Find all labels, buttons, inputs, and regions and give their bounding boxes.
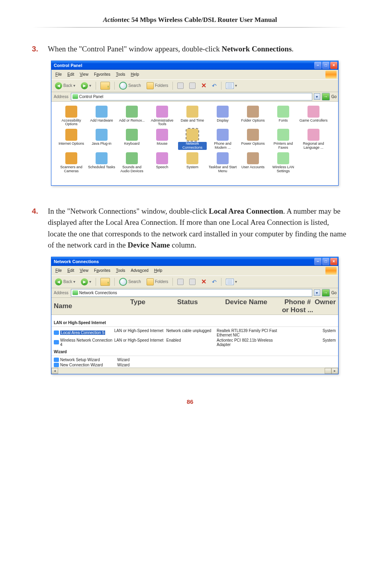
cp-item-speech[interactable]: Speech [148, 152, 176, 173]
maximize-button[interactable]: □ [322, 62, 329, 69]
views-button[interactable]: ▾ [224, 82, 239, 90]
go-button[interactable]: → [322, 93, 330, 100]
separator [221, 278, 221, 286]
cp-item-game-controllers[interactable]: Game Controllers [299, 106, 328, 127]
cp-item-scheduled-tasks[interactable]: Scheduled Tasks [87, 152, 116, 173]
cp-item-power-options[interactable]: Power Options [239, 129, 267, 150]
cp-item-folder-options[interactable]: Folder Options [239, 106, 267, 127]
horizontal-scrollbar[interactable]: ◄ ► [51, 368, 338, 374]
back-button[interactable]: ◄Back ▾ [53, 81, 77, 90]
menu-edit[interactable]: Edit [65, 267, 76, 273]
cp-item-system[interactable]: System [178, 152, 207, 173]
cp-item-mouse[interactable]: Mouse [148, 129, 176, 150]
menu-favorites[interactable]: Favorites [92, 267, 113, 273]
delete-button[interactable]: ✕ [199, 277, 208, 286]
maximize-button[interactable]: □ [322, 258, 329, 265]
list-item[interactable]: Local Area Connection 5LAN or High-Speed… [51, 328, 338, 338]
cp-item-printers-and-faxes[interactable]: Printers and Faxes [269, 129, 298, 150]
cp-item-label: Regional and Language ... [303, 142, 324, 149]
menu-tools[interactable]: Tools [114, 71, 127, 77]
address-dropdown-button[interactable]: ▾ [314, 289, 320, 296]
page-number: 86 [32, 398, 348, 405]
cell-status: Network cable unplugged [166, 328, 217, 337]
list-item[interactable]: Wireless Network Connection 4LAN or High… [51, 338, 338, 347]
up-folder-icon [100, 82, 110, 90]
menu-advanced[interactable]: Advanced [128, 267, 151, 273]
up-folder-icon [100, 278, 110, 286]
back-button[interactable]: ◄Back ▾ [53, 277, 77, 286]
col-name[interactable]: Name [54, 298, 112, 314]
cp-item-label: Mouse [157, 142, 167, 146]
cp-item-add-hardware[interactable]: Add Hardware [87, 106, 116, 127]
close-button[interactable]: × [330, 62, 337, 69]
col-type[interactable]: Type [112, 298, 163, 314]
cell-status: Enabled [166, 338, 217, 347]
minimize-button[interactable]: – [314, 258, 321, 265]
cp-item-keyboard[interactable]: Keyboard [118, 129, 146, 150]
folders-button[interactable]: Folders [145, 81, 170, 90]
search-button[interactable]: Search [117, 81, 143, 90]
cp-item-wireless-lan-settings[interactable]: Wireless LAN Settings [269, 152, 298, 173]
cp-item-network-connections[interactable]: Network Connections [178, 129, 207, 150]
delete-button[interactable]: ✕ [199, 81, 208, 90]
undo-button[interactable]: ↶ [210, 278, 219, 286]
menu-favorites[interactable]: Favorites [92, 71, 113, 77]
move-to-button[interactable] [175, 278, 186, 286]
cp-item-display[interactable]: Display [208, 106, 237, 127]
menu-file[interactable]: File [53, 71, 64, 77]
cell-owner: System [323, 338, 336, 347]
copy-to-button[interactable] [187, 278, 198, 286]
forward-button[interactable]: ► ▾ [79, 81, 93, 90]
address-dropdown-button[interactable]: ▾ [314, 93, 320, 100]
search-icon [119, 82, 127, 90]
menu-view[interactable]: View [77, 267, 91, 273]
close-button[interactable]: × [330, 258, 337, 265]
cp-item-label: Add or Remov... [119, 118, 145, 122]
cp-item-user-accounts[interactable]: User Accounts [239, 152, 267, 173]
cp-item-accessibility-options[interactable]: Accessibility Options [57, 106, 86, 127]
minimize-button[interactable]: – [314, 62, 321, 69]
move-to-button[interactable] [175, 82, 186, 90]
list-item[interactable]: New Connection WizardWizard [51, 362, 338, 368]
col-owner[interactable]: Owner [315, 298, 336, 314]
cp-item-java-plug-in[interactable]: Java Plug-in [87, 129, 116, 150]
cp-item-label: Administrative Tools [151, 118, 174, 126]
up-button[interactable] [98, 81, 112, 90]
scroll-thumb[interactable] [325, 368, 331, 374]
folders-button[interactable]: Folders [145, 277, 170, 286]
cp-item-scanners-and-cameras[interactable]: Scanners and Cameras [57, 152, 86, 173]
scroll-right-button[interactable]: ► [331, 368, 338, 374]
cp-item-fonts[interactable]: Fonts [269, 106, 298, 127]
search-button[interactable]: Search [117, 277, 143, 287]
list-item[interactable]: Network Setup WizardWizard [51, 357, 338, 362]
cp-item-add-or-remov[interactable]: Add or Remov... [118, 106, 146, 127]
cp-item-internet-options[interactable]: Internet Options [57, 129, 86, 150]
cp-item-date-and-time[interactable]: Date and Time [178, 106, 207, 127]
col-status[interactable]: Status [163, 298, 212, 314]
go-button[interactable]: → [322, 289, 330, 297]
cp-item-sounds-and-audio-devices[interactable]: Sounds and Audio Devices [118, 152, 146, 173]
undo-button[interactable]: ↶ [210, 82, 219, 90]
scroll-track[interactable] [58, 368, 325, 374]
menu-tools[interactable]: Tools [114, 267, 127, 273]
nc-address-bar: Address Network Connections ▾ → Go [51, 288, 338, 298]
cp-item-taskbar-and-start-menu[interactable]: Taskbar and Start Menu [208, 152, 237, 173]
up-button[interactable] [98, 277, 112, 287]
views-button[interactable]: ▾ [224, 278, 239, 286]
forward-button[interactable]: ► ▾ [79, 277, 93, 286]
menu-file[interactable]: File [53, 267, 64, 273]
cp-item-administrative-tools[interactable]: Administrative Tools [148, 106, 176, 127]
address-combo[interactable]: Network Connections [71, 289, 312, 297]
menu-view[interactable]: View [77, 71, 91, 77]
menu-help[interactable]: Help [152, 267, 165, 273]
copy-to-button[interactable] [187, 82, 198, 90]
address-combo[interactable]: Control Panel [71, 93, 312, 100]
menu-edit[interactable]: Edit [65, 71, 76, 77]
col-device[interactable]: Device Name [212, 298, 280, 314]
cp-item-phone-and-modem[interactable]: Phone and Modem ... [208, 129, 237, 150]
menu-help[interactable]: Help [128, 71, 141, 77]
scroll-left-button[interactable]: ◄ [51, 368, 58, 374]
address-label: Address [53, 94, 69, 99]
col-phone[interactable]: Phone # or Host ... [280, 298, 315, 314]
cp-item-regional-and-language[interactable]: Regional and Language ... [299, 129, 328, 150]
